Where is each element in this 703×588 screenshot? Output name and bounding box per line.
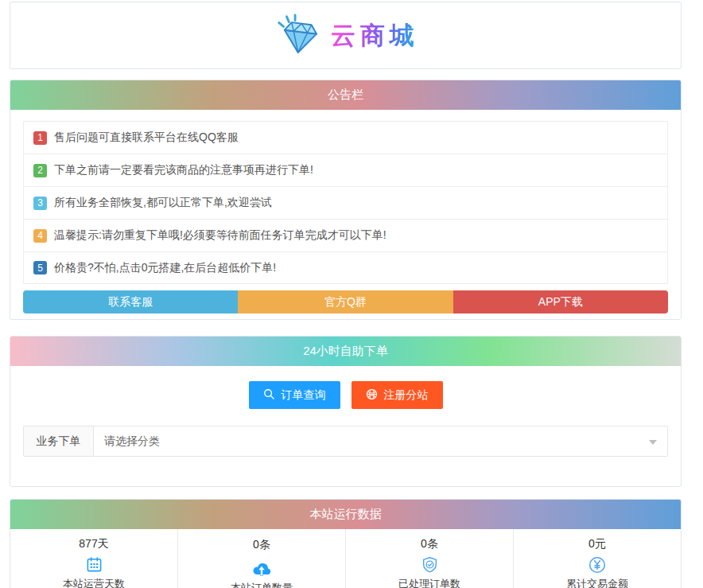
order-query-label: 订单查询 <box>282 388 326 403</box>
notice-number-badge: 3 <box>33 197 47 210</box>
notice-number-badge: 1 <box>33 131 47 145</box>
notice-number-badge: 2 <box>33 164 47 177</box>
notice-item: 3 所有业务全部恢复,都可以正常下单,欢迎尝试 <box>23 186 668 219</box>
register-substation-button[interactable]: 注册分站 <box>352 381 443 409</box>
shield-check-icon <box>346 556 513 574</box>
category-select[interactable]: 请选择分类 <box>94 426 668 457</box>
stat-running-days: 877天 本站运营天数 <box>10 529 177 588</box>
notice-item: 2 下单之前请一定要看完该商品的注意事项再进行下单! <box>23 154 668 186</box>
notice-text: 售后问题可直接联系平台在线QQ客服 <box>54 130 239 145</box>
contact-service-button[interactable]: 联系客服 <box>23 290 238 313</box>
order-form-row: 业务下单 请选择分类 <box>23 426 668 457</box>
order-card: 24小时自助下单 订单查询 注册分站 业务下单 <box>10 336 682 487</box>
diamond-icon <box>272 13 321 59</box>
order-action-row: 订单查询 注册分站 <box>23 381 668 409</box>
site-title: 云商城 <box>331 19 419 53</box>
stat-label: 累计交易金额 <box>514 578 681 588</box>
notice-text: 所有业务全部恢复,都可以正常下单,欢迎尝试 <box>54 196 272 210</box>
category-select-placeholder: 请选择分类 <box>104 434 160 449</box>
stats-header: 本站运行数据 <box>10 500 681 529</box>
notice-number-badge: 5 <box>33 261 47 275</box>
site-logo: 云商城 <box>272 13 419 59</box>
notice-body: 1 售后问题可直接联系平台在线QQ客服 2 下单之前请一定要看完该商品的注意事项… <box>10 110 681 319</box>
stats-row: 877天 本站运营天数 0条 本站订单数量 0条 已处理订单数 <box>10 529 681 588</box>
notice-number-badge: 4 <box>33 229 47 243</box>
stat-label: 本站运营天数 <box>10 578 177 588</box>
notice-text: 下单之前请一定要看完该商品的注意事项再进行下单! <box>54 163 313 177</box>
official-qq-group-button[interactable]: 官方Q群 <box>238 290 452 313</box>
notice-text: 价格贵?不怕,点击0元搭建,在后台超低价下单! <box>54 261 276 275</box>
order-body: 订单查询 注册分站 业务下单 请选择分类 <box>10 366 681 486</box>
cloud-upload-icon <box>178 560 345 578</box>
notice-list: 1 售后问题可直接联系平台在线QQ客服 2 下单之前请一定要看完该商品的注意事项… <box>23 121 668 284</box>
order-query-button[interactable]: 订单查询 <box>249 381 340 409</box>
stat-value: 877天 <box>10 537 177 551</box>
yen-circle-icon <box>514 556 681 574</box>
business-order-label: 业务下单 <box>23 426 94 457</box>
app-download-button[interactable]: APP下载 <box>453 290 668 313</box>
notice-item: 5 价格贵?不怕,点击0元搭建,在后台超低价下单! <box>23 251 668 284</box>
notice-item: 4 温馨提示:请勿重复下单哦!必须要等待前面任务订单完成才可以下单! <box>23 219 668 251</box>
stat-value: 0元 <box>514 537 681 551</box>
notice-button-row: 联系客服 官方Q群 APP下载 <box>23 290 668 313</box>
stats-card: 本站运行数据 877天 本站运营天数 0条 本站订单数量 0条 <box>10 499 682 588</box>
stat-processed-orders: 0条 已处理订单数 <box>345 529 513 588</box>
register-substation-label: 注册分站 <box>384 388 429 403</box>
notice-card: 公告栏 1 售后问题可直接联系平台在线QQ客服 2 下单之前请一定要看完该商品的… <box>10 80 682 320</box>
page: 云商城 公告栏 1 售后问题可直接联系平台在线QQ客服 2 下单之前请一定要看完… <box>0 0 703 588</box>
order-header: 24小时自助下单 <box>10 337 681 366</box>
stat-total-amount: 0元 累计交易金额 <box>513 529 681 588</box>
search-icon <box>263 388 275 403</box>
stat-value: 0条 <box>346 537 513 551</box>
notice-text: 温馨提示:请勿重复下单哦!必须要等待前面任务订单完成才可以下单! <box>54 228 386 243</box>
stat-label: 已处理订单数 <box>346 578 513 588</box>
stat-value: 0条 <box>253 538 270 551</box>
logo-card: 云商城 <box>10 2 682 69</box>
globe-icon <box>366 388 378 403</box>
stat-label: 本站订单数量 <box>178 582 345 588</box>
notice-item: 1 售后问题可直接联系平台在线QQ客服 <box>23 121 668 154</box>
notice-header: 公告栏 <box>10 80 681 110</box>
chevron-down-icon <box>649 440 657 445</box>
stat-value-wrap: 0条 <box>178 537 345 555</box>
stat-order-count: 0条 本站订单数量 <box>177 529 345 588</box>
calendar-icon <box>10 556 177 574</box>
